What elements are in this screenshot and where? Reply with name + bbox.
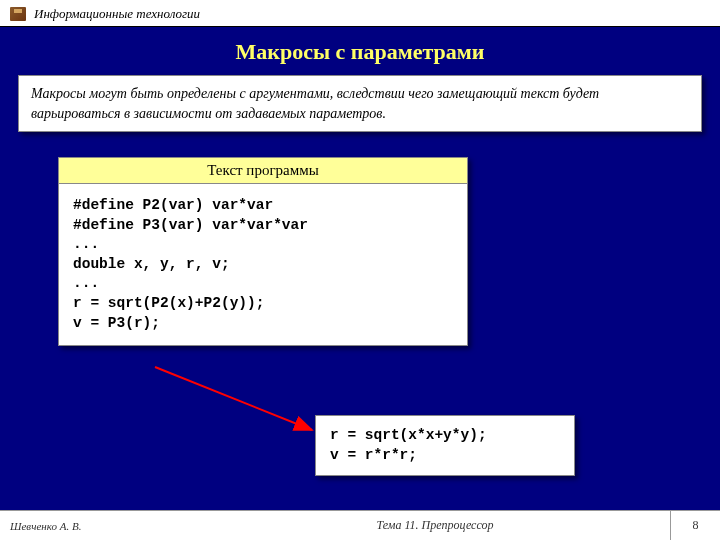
header-bar: Информационные технологии xyxy=(0,0,720,27)
footer-bar: Шевченко А. В. Тема 11. Препроцессор 8 xyxy=(0,510,720,540)
slide-title: Макросы с параметрами xyxy=(18,39,702,65)
header-text: Информационные технологии xyxy=(34,6,200,22)
slide-body: Макросы с параметрами Макросы могут быть… xyxy=(0,27,720,511)
books-icon xyxy=(10,7,26,21)
code-box: Текст программы #define P2(var) var*var … xyxy=(58,157,468,346)
svg-line-1 xyxy=(155,367,312,430)
footer-topic: Тема 11. Препроцессор xyxy=(200,518,670,533)
result-box: r = sqrt(x*x+y*y); v = r*r*r; xyxy=(315,415,575,476)
code-content: #define P2(var) var*var #define P3(var) … xyxy=(59,184,467,345)
footer-page: 8 xyxy=(670,511,720,540)
intro-box: Макросы могут быть определены с аргумент… xyxy=(18,75,702,132)
arrow-icon xyxy=(150,362,330,442)
code-box-title: Текст программы xyxy=(59,158,467,184)
footer-author: Шевченко А. В. xyxy=(0,520,200,532)
